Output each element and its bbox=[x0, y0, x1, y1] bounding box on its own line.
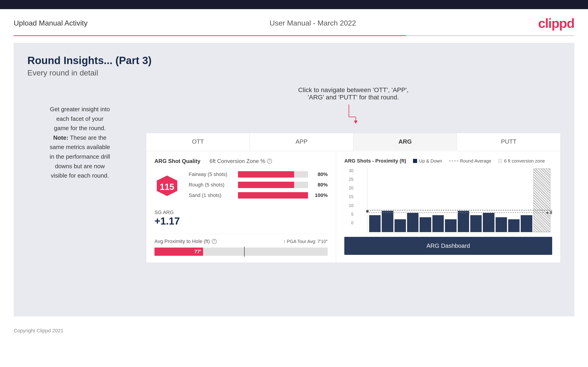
insight-text: Get greater insight intoeach facet of yo… bbox=[27, 105, 132, 181]
note-label: Note: bbox=[53, 134, 68, 141]
sg-label: SG ARG bbox=[155, 209, 328, 215]
annotation-box: Click to navigate between 'OTT', 'APP','… bbox=[146, 86, 561, 124]
legend-up-down: Up & Down bbox=[413, 158, 442, 164]
help-icon[interactable]: ? bbox=[267, 159, 272, 164]
shot-quality-label: ARG Shot Quality bbox=[155, 158, 200, 164]
legend-6ft: 6 ft conversion zone bbox=[498, 158, 545, 164]
cursor-line bbox=[244, 247, 245, 257]
bar-fill-6 bbox=[432, 215, 444, 232]
bar-5 bbox=[420, 168, 431, 232]
bar-fill-rough bbox=[238, 182, 294, 188]
top-bar bbox=[0, 0, 588, 9]
bar-fill-7 bbox=[445, 219, 456, 232]
footer: Copyright Clippd 2021 bbox=[0, 323, 588, 338]
bar-8 bbox=[458, 168, 469, 232]
arg-dashboard-btn[interactable]: ARG Dashboard bbox=[344, 237, 552, 255]
bar-fairway bbox=[238, 171, 308, 178]
shot-label-rough: Rough (5 shots) bbox=[189, 182, 234, 188]
bar-fill-13 bbox=[521, 215, 532, 232]
bar-rough bbox=[238, 182, 308, 188]
legend-square bbox=[413, 159, 417, 163]
tab-arg[interactable]: ARG bbox=[354, 133, 457, 151]
hex-number: 115 bbox=[160, 182, 174, 192]
y-20: 20 bbox=[344, 186, 354, 191]
proximity-label-text: Avg Proximity to Hole (ft) bbox=[155, 238, 210, 244]
pct-sand: 100% bbox=[312, 192, 328, 198]
shot-label-fairway: Fairway (5 shots) bbox=[189, 171, 234, 177]
proximity-help-icon[interactable]: ? bbox=[212, 239, 217, 244]
chart-title: ARG Shots - Proximity (ft) bbox=[344, 158, 406, 164]
chart-header: ARG Shots - Proximity (ft) Up & Down Rou… bbox=[344, 158, 552, 164]
bar-4 bbox=[407, 168, 418, 232]
bar-10 bbox=[483, 168, 494, 232]
shot-label-sand: Sand (1 shots) bbox=[189, 192, 234, 198]
bars-inner bbox=[369, 168, 532, 232]
copyright: Copyright Clippd 2021 bbox=[14, 328, 63, 334]
y-0: 0 bbox=[344, 221, 354, 225]
y-15: 15 bbox=[344, 194, 354, 199]
legend-round-avg: Round Average bbox=[449, 158, 492, 164]
reference-line: ◄ 8 bbox=[367, 210, 552, 215]
y-axis: 30 25 20 15 10 5 0 bbox=[344, 168, 354, 225]
bar-sand bbox=[238, 192, 308, 199]
legend-6ft-label: 6 ft conversion zone bbox=[504, 158, 545, 164]
bar-14 bbox=[534, 168, 550, 232]
legend-dashed bbox=[449, 161, 458, 161]
hexagon-container: 115 Fairway (5 shots) 80% bbox=[155, 171, 328, 203]
user-manual-title: User Manual - March 2022 bbox=[270, 19, 356, 27]
bar-12 bbox=[508, 168, 519, 232]
bar-9 bbox=[470, 168, 482, 232]
proximity-label: Avg Proximity to Hole (ft) ? bbox=[155, 238, 217, 244]
header: Upload Manual Activity User Manual - Mar… bbox=[0, 9, 588, 35]
tab-putt[interactable]: PUTT bbox=[457, 133, 560, 151]
main-content: Round Insights... (Part 3) Every round i… bbox=[14, 43, 574, 317]
chart-area: ◄ 8 bbox=[367, 168, 552, 232]
bar-6 bbox=[432, 168, 444, 232]
pga-label: ↑ PGA Tour Avg: 7'10" bbox=[283, 239, 328, 244]
section-subtitle: Every round in detail bbox=[27, 68, 561, 77]
proximity-section: Avg Proximity to Hole (ft) ? ↑ PGA Tour … bbox=[155, 234, 328, 256]
right-area: Click to navigate between 'OTT', 'APP','… bbox=[146, 86, 561, 263]
pct-fairway: 80% bbox=[312, 171, 328, 177]
y-5: 5 bbox=[344, 212, 354, 217]
bar-11 bbox=[496, 168, 507, 232]
y-25: 25 bbox=[344, 177, 354, 182]
dashboard-card: OTT APP ARG PUTT ARG Shot Quality 6ft Co… bbox=[146, 133, 561, 263]
bar-3 bbox=[395, 168, 406, 232]
proximity-bar-container: 77' bbox=[155, 248, 328, 256]
bar-fill-10 bbox=[483, 213, 494, 232]
chart-wrapper: 30 25 20 15 10 5 0 bbox=[344, 168, 552, 232]
tab-app[interactable]: APP bbox=[250, 133, 354, 151]
bar-fill-11 bbox=[496, 217, 507, 232]
legend-hatched bbox=[498, 159, 502, 163]
hexagon: 115 bbox=[155, 174, 180, 200]
proximity-bar-fill: 77' bbox=[155, 248, 203, 256]
bar-7 bbox=[445, 168, 456, 232]
left-section: ARG Shot Quality 6ft Conversion Zone % ? bbox=[146, 151, 336, 263]
header-left: Upload Manual Activity bbox=[14, 19, 88, 27]
bar-1 bbox=[369, 168, 380, 232]
bar-fill-5 bbox=[420, 217, 431, 232]
left-panel: Get greater insight intoeach facet of yo… bbox=[27, 86, 132, 181]
ref-value: 8 bbox=[550, 210, 552, 215]
shot-bars: Fairway (5 shots) 80% Rough (5 shots) bbox=[189, 171, 328, 203]
bar-fill-12 bbox=[508, 219, 519, 232]
proximity-value: 77' bbox=[194, 249, 201, 255]
bar-fill-fairway bbox=[238, 171, 294, 178]
legend-round-avg-label: Round Average bbox=[460, 158, 492, 164]
sg-value: +1.17 bbox=[155, 215, 328, 227]
conversion-label: 6ft Conversion Zone % ? bbox=[209, 158, 272, 164]
content-area: Get greater insight intoeach facet of yo… bbox=[27, 86, 561, 263]
annotation-text: Click to navigate between 'OTT', 'APP','… bbox=[146, 86, 561, 101]
section-title: Round Insights... (Part 3) bbox=[27, 54, 561, 67]
bar-2 bbox=[382, 168, 393, 232]
header-divider bbox=[14, 35, 574, 36]
svg-marker-3 bbox=[354, 121, 358, 124]
legend-up-down-label: Up & Down bbox=[419, 158, 442, 164]
tab-ott[interactable]: OTT bbox=[146, 133, 250, 151]
upload-title: Upload Manual Activity bbox=[14, 19, 88, 27]
pct-rough: 80% bbox=[312, 182, 328, 188]
dashboard-body: ARG Shot Quality 6ft Conversion Zone % ? bbox=[146, 151, 560, 263]
bar-fill-1 bbox=[369, 215, 380, 232]
sg-section: SG ARG +1.17 bbox=[155, 209, 328, 227]
